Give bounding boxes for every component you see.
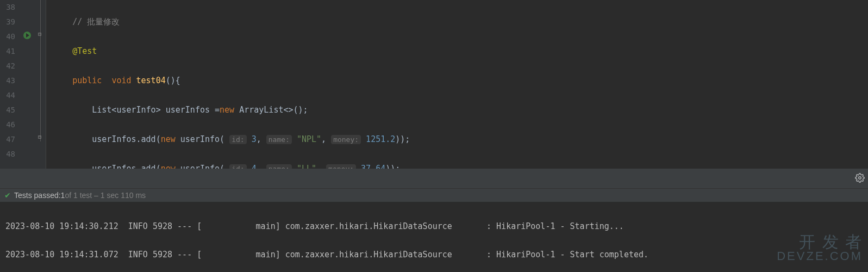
status-prefix: Tests passed: — [14, 191, 61, 200]
param-hint-name: name: — [266, 135, 292, 144]
ide-window: 3839404142434445464748 ⊟ ⊟ // 批量修改 @Test… — [0, 0, 868, 272]
status-count: 1 — [61, 191, 65, 200]
svg-point-2 — [859, 177, 861, 180]
console-line: 2023-08-10 19:14:31.072 INFO 5928 --- [ … — [5, 248, 863, 262]
panel-separator — [0, 169, 868, 188]
check-icon: ✔ — [4, 191, 11, 200]
method-name: test04 — [136, 76, 166, 85]
comment: // 批量修改 — [72, 17, 120, 27]
console-output[interactable]: 2023-08-10 19:14:30.212 INFO 5928 --- [ … — [0, 202, 868, 272]
annotation-test: @Test — [72, 46, 97, 56]
param-hint-money: money: — [331, 135, 361, 144]
code-content[interactable]: // 批量修改 @Test public void test04(){ List… — [46, 0, 410, 169]
console-line: 2023-08-10 19:14:30.212 INFO 5928 --- [ … — [5, 219, 863, 233]
gutter-icon-column — [20, 0, 38, 169]
fold-collapse-icon[interactable]: ⊟ — [38, 31, 43, 36]
code-editor[interactable]: 3839404142434445464748 ⊟ ⊟ // 批量修改 @Test… — [0, 0, 868, 169]
run-test-icon[interactable] — [23, 31, 32, 40]
fold-column: ⊟ ⊟ — [38, 0, 46, 169]
status-suffix: of 1 test – 1 sec 110 ms — [65, 191, 146, 200]
fold-end-icon[interactable]: ⊟ — [38, 134, 43, 139]
line-number-gutter: 3839404142434445464748 — [0, 0, 20, 169]
gear-icon[interactable] — [855, 173, 865, 183]
param-hint-id: id: — [229, 135, 246, 144]
test-status-bar: ✔ Tests passed: 1 of 1 test – 1 sec 110 … — [0, 188, 868, 202]
